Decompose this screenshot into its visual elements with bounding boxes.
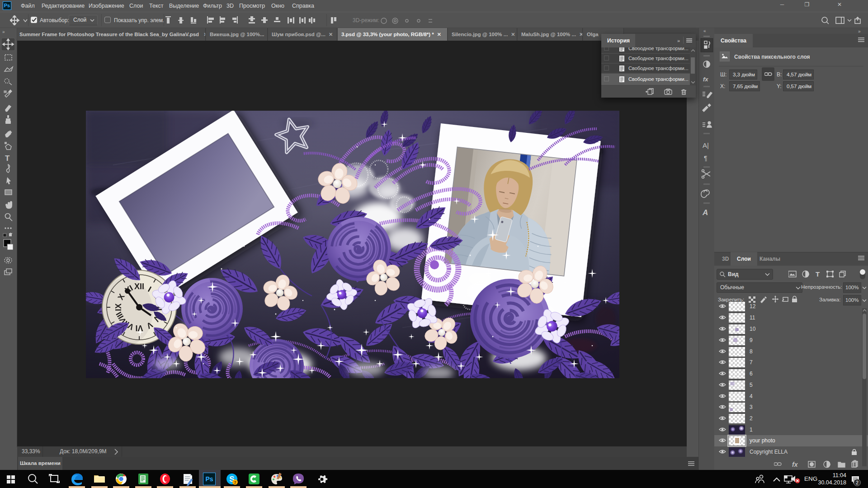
svg-text:T: T (816, 270, 820, 278)
svg-text:fx: fx (703, 76, 708, 83)
svg-text:A: A (702, 208, 708, 217)
svg-text:«: « (703, 28, 706, 33)
svg-text:T: T (5, 154, 10, 163)
svg-text:¶: ¶ (704, 155, 708, 162)
svg-text:7: 7 (234, 480, 236, 485)
svg-text:A|: A| (703, 141, 709, 149)
svg-text:»: » (2, 29, 5, 34)
svg-text:fx: fx (792, 461, 798, 468)
